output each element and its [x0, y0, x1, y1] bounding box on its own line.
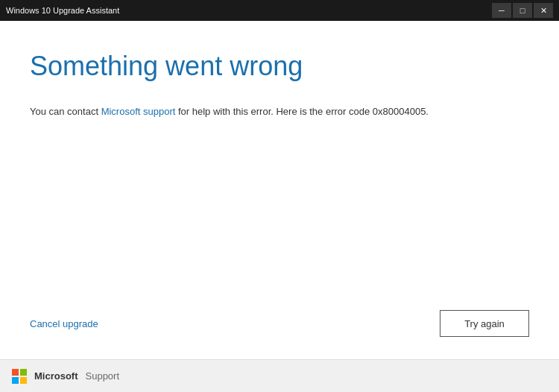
error-text-before-link: You can contact	[30, 106, 101, 117]
logo-green-square	[20, 369, 27, 376]
footer: Microsoft Support	[0, 359, 559, 392]
error-text-after-link: for help with this error. Here is the er…	[175, 106, 429, 117]
window-title: Windows 10 Upgrade Assistant	[6, 6, 119, 15]
bottom-action-bar: Cancel upgrade Try again	[30, 310, 529, 337]
microsoft-logo	[12, 369, 27, 384]
title-bar: Windows 10 Upgrade Assistant ─ □ ✕	[0, 0, 559, 21]
error-body: You can contact Microsoft support for he…	[30, 104, 529, 120]
main-content: Something went wrong You can contact Mic…	[0, 21, 559, 359]
close-button[interactable]: ✕	[534, 3, 553, 18]
footer-support-label: Support	[86, 370, 120, 382]
error-heading: Something went wrong	[30, 51, 529, 82]
microsoft-support-link[interactable]: Microsoft support	[101, 106, 176, 117]
footer-brand: Microsoft	[34, 370, 78, 382]
try-again-button[interactable]: Try again	[440, 310, 529, 337]
maximize-button[interactable]: □	[513, 3, 532, 18]
logo-blue-square	[12, 377, 19, 384]
logo-yellow-square	[20, 377, 27, 384]
cancel-upgrade-link[interactable]: Cancel upgrade	[30, 318, 98, 329]
window-controls: ─ □ ✕	[492, 3, 553, 18]
minimize-button[interactable]: ─	[492, 3, 511, 18]
logo-red-square	[12, 369, 19, 376]
